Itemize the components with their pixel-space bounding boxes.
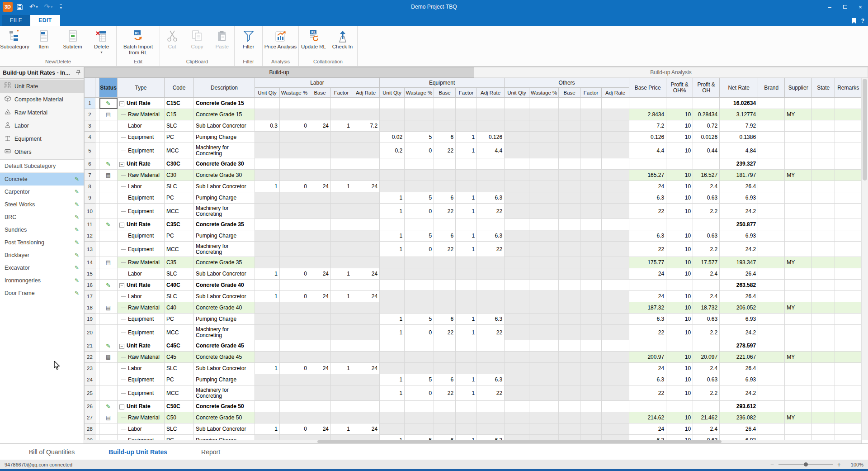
cell-equip-4[interactable]: 6.3 [477, 314, 505, 325]
row-number[interactable]: 28 [85, 423, 95, 435]
cell-state[interactable] [812, 363, 835, 374]
cell-others-1[interactable] [529, 340, 559, 352]
cell-others-1[interactable] [529, 219, 559, 230]
cell-equip-3[interactable] [456, 158, 477, 170]
cell-labor-0[interactable] [255, 314, 280, 325]
app-icon[interactable]: 3D [3, 2, 13, 12]
cell-labor-4[interactable] [352, 109, 380, 120]
subcolumn-header-labor-factor[interactable]: Factor [331, 88, 352, 98]
cell-type[interactable]: Raw Material [118, 170, 165, 181]
row-number[interactable]: 24 [85, 374, 95, 385]
cell-code[interactable]: C50 [165, 412, 194, 423]
cell-others-1[interactable] [529, 192, 559, 204]
cell-labor-4[interactable] [352, 219, 380, 230]
cell-equip-4[interactable] [477, 170, 505, 181]
indicator-cell[interactable] [95, 143, 99, 158]
cell-labor-1[interactable]: 0 [280, 181, 309, 192]
cell-remarks[interactable] [835, 257, 862, 268]
cell-labor-3[interactable] [331, 143, 352, 158]
cell-others-2[interactable] [559, 120, 580, 132]
cell-description[interactable]: Machinery for Concreting [194, 143, 255, 158]
cell-description[interactable]: Concrete Grade 30 [194, 158, 255, 170]
cell-labor-3[interactable] [331, 109, 352, 120]
cell-equip-2[interactable] [434, 109, 456, 120]
indicator-cell[interactable] [95, 325, 99, 340]
cell-type[interactable]: −Unit Rate [118, 219, 165, 230]
cell-labor-1[interactable] [280, 219, 309, 230]
cell-status[interactable] [99, 314, 118, 325]
cell-type[interactable]: Equipment [118, 374, 165, 385]
cell-equip-0[interactable] [380, 412, 405, 423]
cell-equip-4[interactable] [477, 98, 505, 109]
row-number[interactable]: 14 [85, 257, 95, 268]
row-number[interactable]: 20 [85, 325, 95, 340]
cell-state[interactable] [812, 401, 835, 412]
cell-labor-2[interactable] [309, 314, 331, 325]
indicator-cell[interactable] [95, 170, 99, 181]
cell-others-2[interactable] [559, 325, 580, 340]
cell-labor-1[interactable] [280, 170, 309, 181]
cell-equip-2[interactable]: 6 [434, 132, 456, 143]
cell-code[interactable]: MCC [165, 143, 194, 158]
cell-description[interactable]: Pumping Charge [194, 132, 255, 143]
indicator-cell[interactable] [95, 268, 99, 280]
cell-remarks[interactable] [835, 181, 862, 192]
cell-state[interactable] [812, 143, 835, 158]
cell-code[interactable]: C15 [165, 109, 194, 120]
subcategory-item-door-frame[interactable]: Door Frame✎ [0, 287, 84, 300]
cell-labor-0[interactable] [255, 204, 280, 219]
vertical-scrollbar-thumb[interactable] [863, 79, 867, 181]
cell-net-rate[interactable]: 4.84 [720, 143, 758, 158]
cell-equip-3[interactable] [456, 423, 477, 435]
cell-remarks[interactable] [835, 120, 862, 132]
cell-profit-oh[interactable]: 20.097 [693, 352, 720, 363]
cell-profit-oh-pct[interactable] [666, 340, 693, 352]
cell-equip-1[interactable]: 0 [405, 143, 434, 158]
cell-base-price[interactable]: 22 [629, 385, 666, 401]
cell-others-3[interactable] [580, 219, 602, 230]
cell-base-price[interactable]: 22 [629, 204, 666, 219]
cell-labor-1[interactable] [280, 302, 309, 314]
cell-remarks[interactable] [835, 132, 862, 143]
cell-net-rate[interactable]: 278.597 [720, 340, 758, 352]
cell-equip-4[interactable] [477, 291, 505, 302]
row-number[interactable]: 1 [85, 98, 95, 109]
collapse-icon[interactable]: − [119, 404, 124, 409]
cell-labor-3[interactable]: 1 [331, 423, 352, 435]
cell-description[interactable]: Machinery for Concreting [194, 325, 255, 340]
column-header-profit-oh[interactable]: Profit & OH [693, 78, 720, 98]
cell-labor-4[interactable]: 24 [352, 268, 380, 280]
cell-profit-oh[interactable] [693, 280, 720, 291]
cell-status[interactable]: ✎ [99, 280, 118, 291]
cell-labor-1[interactable] [280, 314, 309, 325]
cell-equip-2[interactable] [434, 170, 456, 181]
cell-remarks[interactable] [835, 192, 862, 204]
cell-state[interactable] [812, 257, 835, 268]
cell-equip-1[interactable] [405, 302, 434, 314]
cell-profit-oh[interactable]: 2.4 [693, 291, 720, 302]
cell-brand[interactable] [758, 204, 785, 219]
cell-equip-1[interactable]: 5 [405, 132, 434, 143]
cell-profit-oh[interactable]: 0.28434 [693, 109, 720, 120]
cell-remarks[interactable] [835, 242, 862, 257]
cell-labor-4[interactable] [352, 374, 380, 385]
cell-equip-1[interactable] [405, 352, 434, 363]
cell-others-3[interactable] [580, 412, 602, 423]
cell-base-price[interactable] [629, 219, 666, 230]
cell-brand[interactable] [758, 302, 785, 314]
cell-base-price[interactable] [629, 401, 666, 412]
cell-others-4[interactable] [602, 314, 629, 325]
cell-others-2[interactable] [559, 363, 580, 374]
cell-labor-4[interactable]: 7.2 [352, 120, 380, 132]
cell-net-rate[interactable]: 221.067 [720, 352, 758, 363]
cell-profit-oh-pct[interactable]: 10 [666, 412, 693, 423]
cell-equip-0[interactable]: 1 [380, 314, 405, 325]
cell-equip-1[interactable] [405, 158, 434, 170]
cell-others-2[interactable] [559, 143, 580, 158]
cell-others-2[interactable] [559, 374, 580, 385]
cell-equip-0[interactable] [380, 340, 405, 352]
cell-equip-2[interactable]: 22 [434, 143, 456, 158]
cell-type[interactable]: Equipment [118, 143, 165, 158]
cell-equip-1[interactable]: 0 [405, 204, 434, 219]
view-tab-report[interactable]: Report [201, 448, 220, 456]
